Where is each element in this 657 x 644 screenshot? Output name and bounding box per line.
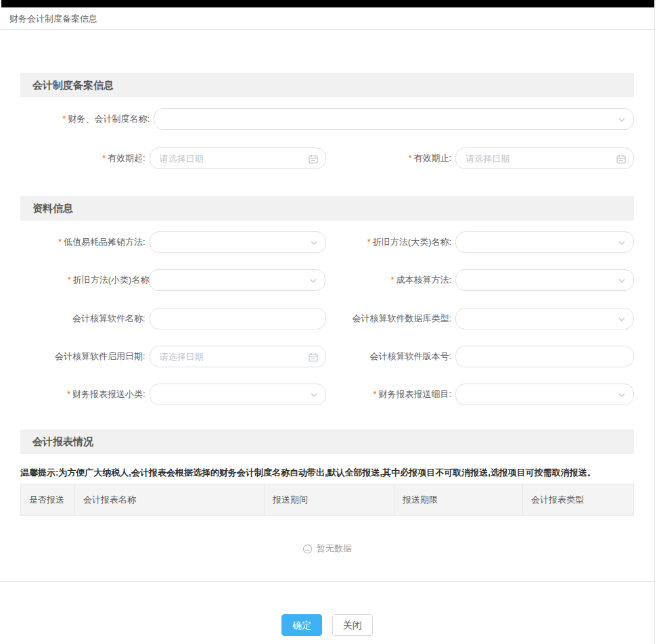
depreciation-major-label: *折旧方法(大类)名称: [326,231,456,253]
form-row: *财务报表报送小类: *财务报表报送细目: [20,384,634,405]
chevron-down-icon [618,277,626,285]
top-black-bar [1,0,654,7]
depreciation-minor-label: *折旧方法(小类)名称 [20,269,149,291]
table-header-report-name: 会计报表名称 [75,484,265,515]
required-mark: * [373,389,376,399]
chevron-down-icon [309,277,317,285]
chevron-down-icon [618,239,626,247]
form-row: *有效期起: *有效期止: [20,147,634,169]
chevron-down-icon [618,391,626,399]
software-enable-date-input[interactable] [150,346,325,367]
no-data-text: 暂无数据 [317,543,352,555]
form-row: 会计核算软件名称: 会计核算软件数据库类型: [20,308,634,329]
software-db-type-select[interactable] [455,308,634,329]
lowvalue-amortization-label: *低值易耗品摊销方法: [20,231,150,253]
calendar-icon[interactable] [309,352,318,362]
notice-text: 温馨提示:为方便广大纳税人,会计报表会根据选择的财务会计制度名称自动带出,默认全… [20,465,634,480]
software-version-field[interactable] [455,346,634,367]
report-subclass-label: *财务报表报送小类: [20,384,150,405]
section-title-reports: 会计报表情况 [20,430,634,454]
page-title: 财务会计制度备案信息 [0,7,654,30]
report-detail-label: *财务报表报送细目: [326,384,456,405]
software-db-type-label: 会计核算软件数据库类型: [326,308,456,329]
form-row: 会计核算软件启用日期: 会计核算软件版本号: [20,346,634,367]
valid-to-datepicker[interactable] [455,147,634,169]
report-table: 是否报送 会计报表名称 报送期间 报送期限 会计报表类型 暂无数据 [20,484,634,582]
table-header-submit: 是否报送 [21,484,75,515]
confirm-button[interactable]: 确定 [281,614,322,636]
divider [0,581,655,582]
page: 财务会计制度备案信息 会计制度备案信息 *财务、会计制度名称: *有效期起: *… [0,0,655,644]
software-version-input[interactable] [456,346,633,367]
report-detail-select[interactable] [455,384,634,405]
valid-to-label: *有效期止: [326,147,456,169]
report-subclass-select[interactable] [150,384,326,405]
required-mark: * [58,237,62,247]
required-mark: * [390,275,394,285]
close-button[interactable]: 关闭 [332,614,373,636]
chevron-down-icon [310,239,318,247]
valid-from-datepicker[interactable] [150,147,326,169]
valid-from-input[interactable] [150,148,325,168]
system-name-label: *财务、会计制度名称: [20,108,154,130]
required-mark: * [67,389,70,399]
software-enable-date-label: 会计核算软件启用日期: [20,346,150,367]
form-row: *财务、会计制度名称: [20,108,634,130]
required-mark: * [62,114,66,124]
form-content: 会计制度备案信息 *财务、会计制度名称: *有效期起: *有效期止: 资料信息 … [0,73,654,636]
calendar-icon[interactable] [309,154,318,164]
form-row: *折旧方法(小类)名称 *成本核算方法: [20,269,634,291]
chevron-down-icon [618,116,626,124]
lowvalue-amortization-select[interactable] [150,231,326,253]
table-header-row: 是否报送 会计报表名称 报送期间 报送期限 会计报表类型 [20,484,634,516]
required-mark: * [102,153,106,163]
table-empty-state: 暂无数据 [20,516,634,581]
cost-method-label: *成本核算方法: [325,269,455,291]
chevron-down-icon [618,315,626,323]
section-title-filing: 会计制度备案信息 [20,73,634,97]
software-name-field[interactable] [150,308,326,329]
cost-method-select[interactable] [455,269,634,291]
required-mark: * [408,153,411,163]
calendar-icon[interactable] [616,154,626,164]
section-title-material: 资料信息 [20,196,634,221]
software-version-label: 会计核算软件版本号: [326,346,456,367]
software-enable-datepicker[interactable] [150,346,326,367]
form-row: *低值易耗品摊销方法: *折旧方法(大类)名称: [20,231,634,253]
required-mark: * [367,237,371,247]
system-name-select[interactable] [154,108,634,130]
no-data-frown-icon [302,544,313,554]
valid-from-label: *有效期起: [20,147,150,169]
software-name-label: 会计核算软件名称: [20,308,150,329]
table-header-report-type: 会计报表类型 [523,484,633,515]
software-name-input[interactable] [150,308,325,329]
chevron-down-icon [310,391,318,399]
required-mark: * [68,275,71,285]
depreciation-minor-select[interactable] [149,269,325,291]
table-header-period: 报送期间 [265,484,394,515]
footer-actions: 确定 关闭 [20,614,634,636]
valid-to-input[interactable] [456,148,633,168]
depreciation-major-select[interactable] [455,231,634,253]
table-header-deadline: 报送期限 [394,484,523,515]
